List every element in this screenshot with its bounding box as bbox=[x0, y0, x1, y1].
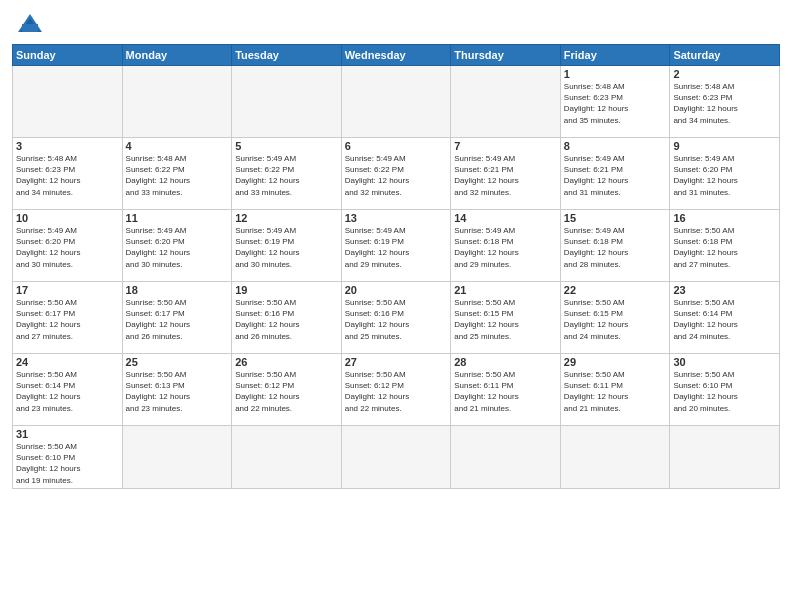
day-info: Sunrise: 5:50 AM Sunset: 6:16 PM Dayligh… bbox=[235, 297, 338, 342]
generalblue-icon bbox=[12, 10, 48, 38]
page: SundayMondayTuesdayWednesdayThursdayFrid… bbox=[0, 0, 792, 612]
day-info: Sunrise: 5:49 AM Sunset: 6:20 PM Dayligh… bbox=[126, 225, 229, 270]
calendar-cell: 17Sunrise: 5:50 AM Sunset: 6:17 PM Dayli… bbox=[13, 282, 123, 354]
day-number: 16 bbox=[673, 212, 776, 224]
day-number: 12 bbox=[235, 212, 338, 224]
calendar-cell bbox=[341, 66, 451, 138]
day-info: Sunrise: 5:50 AM Sunset: 6:16 PM Dayligh… bbox=[345, 297, 448, 342]
calendar-cell: 16Sunrise: 5:50 AM Sunset: 6:18 PM Dayli… bbox=[670, 210, 780, 282]
weekday-header-thursday: Thursday bbox=[451, 45, 561, 66]
day-number: 2 bbox=[673, 68, 776, 80]
day-number: 23 bbox=[673, 284, 776, 296]
calendar-cell: 28Sunrise: 5:50 AM Sunset: 6:11 PM Dayli… bbox=[451, 354, 561, 426]
day-info: Sunrise: 5:48 AM Sunset: 6:23 PM Dayligh… bbox=[673, 81, 776, 126]
weekday-header-row: SundayMondayTuesdayWednesdayThursdayFrid… bbox=[13, 45, 780, 66]
day-number: 24 bbox=[16, 356, 119, 368]
day-info: Sunrise: 5:49 AM Sunset: 6:18 PM Dayligh… bbox=[564, 225, 667, 270]
weekday-header-saturday: Saturday bbox=[670, 45, 780, 66]
calendar-cell: 21Sunrise: 5:50 AM Sunset: 6:15 PM Dayli… bbox=[451, 282, 561, 354]
calendar-cell: 18Sunrise: 5:50 AM Sunset: 6:17 PM Dayli… bbox=[122, 282, 232, 354]
calendar-cell bbox=[232, 66, 342, 138]
weekday-header-friday: Friday bbox=[560, 45, 670, 66]
calendar-cell bbox=[560, 426, 670, 489]
calendar-body: 1Sunrise: 5:48 AM Sunset: 6:23 PM Daylig… bbox=[13, 66, 780, 489]
calendar-cell bbox=[451, 66, 561, 138]
day-number: 18 bbox=[126, 284, 229, 296]
calendar-week-row: 1Sunrise: 5:48 AM Sunset: 6:23 PM Daylig… bbox=[13, 66, 780, 138]
day-number: 20 bbox=[345, 284, 448, 296]
day-info: Sunrise: 5:48 AM Sunset: 6:23 PM Dayligh… bbox=[564, 81, 667, 126]
calendar-cell bbox=[232, 426, 342, 489]
day-number: 21 bbox=[454, 284, 557, 296]
svg-rect-3 bbox=[22, 24, 38, 32]
weekday-header-sunday: Sunday bbox=[13, 45, 123, 66]
calendar-week-row: 17Sunrise: 5:50 AM Sunset: 6:17 PM Dayli… bbox=[13, 282, 780, 354]
calendar-cell: 11Sunrise: 5:49 AM Sunset: 6:20 PM Dayli… bbox=[122, 210, 232, 282]
day-info: Sunrise: 5:50 AM Sunset: 6:18 PM Dayligh… bbox=[673, 225, 776, 270]
day-info: Sunrise: 5:49 AM Sunset: 6:18 PM Dayligh… bbox=[454, 225, 557, 270]
day-number: 31 bbox=[16, 428, 119, 440]
calendar-cell: 13Sunrise: 5:49 AM Sunset: 6:19 PM Dayli… bbox=[341, 210, 451, 282]
calendar-cell: 20Sunrise: 5:50 AM Sunset: 6:16 PM Dayli… bbox=[341, 282, 451, 354]
day-info: Sunrise: 5:49 AM Sunset: 6:19 PM Dayligh… bbox=[345, 225, 448, 270]
day-info: Sunrise: 5:49 AM Sunset: 6:20 PM Dayligh… bbox=[16, 225, 119, 270]
day-number: 26 bbox=[235, 356, 338, 368]
calendar-cell: 31Sunrise: 5:50 AM Sunset: 6:10 PM Dayli… bbox=[13, 426, 123, 489]
calendar-cell: 2Sunrise: 5:48 AM Sunset: 6:23 PM Daylig… bbox=[670, 66, 780, 138]
day-info: Sunrise: 5:49 AM Sunset: 6:19 PM Dayligh… bbox=[235, 225, 338, 270]
day-info: Sunrise: 5:50 AM Sunset: 6:15 PM Dayligh… bbox=[564, 297, 667, 342]
calendar-cell: 6Sunrise: 5:49 AM Sunset: 6:22 PM Daylig… bbox=[341, 138, 451, 210]
calendar-header: SundayMondayTuesdayWednesdayThursdayFrid… bbox=[13, 45, 780, 66]
calendar-cell bbox=[341, 426, 451, 489]
day-info: Sunrise: 5:50 AM Sunset: 6:11 PM Dayligh… bbox=[454, 369, 557, 414]
weekday-header-monday: Monday bbox=[122, 45, 232, 66]
calendar-week-row: 24Sunrise: 5:50 AM Sunset: 6:14 PM Dayli… bbox=[13, 354, 780, 426]
day-number: 14 bbox=[454, 212, 557, 224]
calendar-cell: 10Sunrise: 5:49 AM Sunset: 6:20 PM Dayli… bbox=[13, 210, 123, 282]
calendar-cell: 3Sunrise: 5:48 AM Sunset: 6:23 PM Daylig… bbox=[13, 138, 123, 210]
day-number: 4 bbox=[126, 140, 229, 152]
calendar-table: SundayMondayTuesdayWednesdayThursdayFrid… bbox=[12, 44, 780, 489]
calendar-cell: 12Sunrise: 5:49 AM Sunset: 6:19 PM Dayli… bbox=[232, 210, 342, 282]
calendar-cell: 9Sunrise: 5:49 AM Sunset: 6:20 PM Daylig… bbox=[670, 138, 780, 210]
day-info: Sunrise: 5:50 AM Sunset: 6:17 PM Dayligh… bbox=[16, 297, 119, 342]
weekday-header-tuesday: Tuesday bbox=[232, 45, 342, 66]
calendar-week-row: 31Sunrise: 5:50 AM Sunset: 6:10 PM Dayli… bbox=[13, 426, 780, 489]
day-info: Sunrise: 5:50 AM Sunset: 6:12 PM Dayligh… bbox=[345, 369, 448, 414]
day-number: 9 bbox=[673, 140, 776, 152]
day-info: Sunrise: 5:50 AM Sunset: 6:10 PM Dayligh… bbox=[16, 441, 119, 486]
calendar-cell: 7Sunrise: 5:49 AM Sunset: 6:21 PM Daylig… bbox=[451, 138, 561, 210]
day-info: Sunrise: 5:50 AM Sunset: 6:13 PM Dayligh… bbox=[126, 369, 229, 414]
calendar-cell bbox=[122, 426, 232, 489]
day-info: Sunrise: 5:50 AM Sunset: 6:14 PM Dayligh… bbox=[673, 297, 776, 342]
day-number: 19 bbox=[235, 284, 338, 296]
header bbox=[12, 10, 780, 38]
day-number: 30 bbox=[673, 356, 776, 368]
calendar-cell: 26Sunrise: 5:50 AM Sunset: 6:12 PM Dayli… bbox=[232, 354, 342, 426]
day-info: Sunrise: 5:48 AM Sunset: 6:22 PM Dayligh… bbox=[126, 153, 229, 198]
day-info: Sunrise: 5:48 AM Sunset: 6:23 PM Dayligh… bbox=[16, 153, 119, 198]
day-number: 17 bbox=[16, 284, 119, 296]
day-info: Sunrise: 5:50 AM Sunset: 6:12 PM Dayligh… bbox=[235, 369, 338, 414]
day-info: Sunrise: 5:49 AM Sunset: 6:20 PM Dayligh… bbox=[673, 153, 776, 198]
day-number: 10 bbox=[16, 212, 119, 224]
day-number: 28 bbox=[454, 356, 557, 368]
day-number: 1 bbox=[564, 68, 667, 80]
day-info: Sunrise: 5:50 AM Sunset: 6:17 PM Dayligh… bbox=[126, 297, 229, 342]
day-number: 6 bbox=[345, 140, 448, 152]
calendar-cell: 23Sunrise: 5:50 AM Sunset: 6:14 PM Dayli… bbox=[670, 282, 780, 354]
day-number: 11 bbox=[126, 212, 229, 224]
calendar-cell: 1Sunrise: 5:48 AM Sunset: 6:23 PM Daylig… bbox=[560, 66, 670, 138]
logo bbox=[12, 10, 52, 38]
calendar-cell bbox=[451, 426, 561, 489]
day-number: 3 bbox=[16, 140, 119, 152]
day-number: 13 bbox=[345, 212, 448, 224]
calendar-cell: 22Sunrise: 5:50 AM Sunset: 6:15 PM Dayli… bbox=[560, 282, 670, 354]
day-number: 15 bbox=[564, 212, 667, 224]
calendar-cell: 30Sunrise: 5:50 AM Sunset: 6:10 PM Dayli… bbox=[670, 354, 780, 426]
calendar-cell bbox=[670, 426, 780, 489]
day-info: Sunrise: 5:50 AM Sunset: 6:15 PM Dayligh… bbox=[454, 297, 557, 342]
weekday-header-wednesday: Wednesday bbox=[341, 45, 451, 66]
calendar-cell: 24Sunrise: 5:50 AM Sunset: 6:14 PM Dayli… bbox=[13, 354, 123, 426]
calendar-cell: 4Sunrise: 5:48 AM Sunset: 6:22 PM Daylig… bbox=[122, 138, 232, 210]
